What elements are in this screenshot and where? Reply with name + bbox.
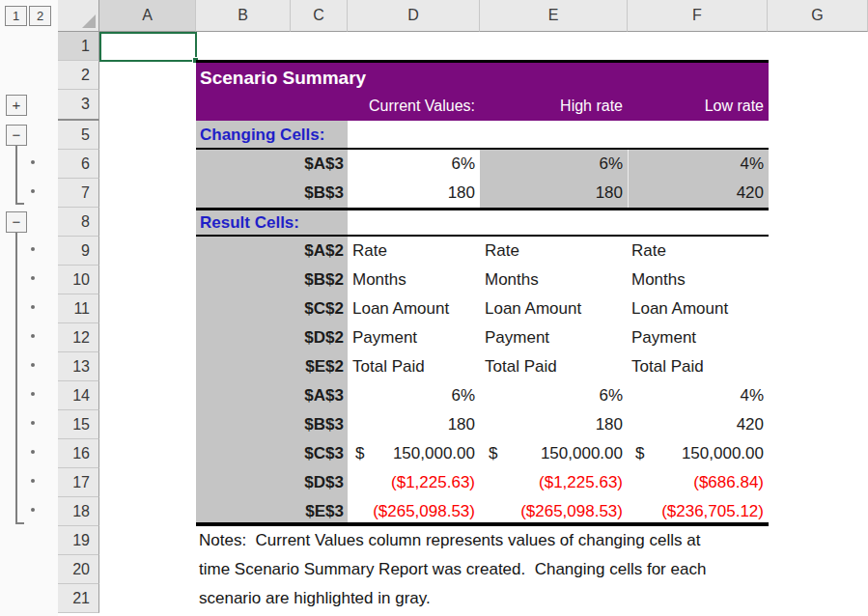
notes-line-2[interactable]: time Scenario Summary Report was created… [199, 555, 706, 584]
cell-value[interactable]: Total Paid [631, 352, 767, 381]
row-header-15[interactable]: 15 [58, 410, 99, 439]
row-header-1[interactable]: 1 [58, 32, 99, 61]
cell-value[interactable]: ($686.84) [628, 468, 764, 497]
outline-bracket-2-foot [15, 522, 24, 524]
row-header-16[interactable]: 16 [58, 439, 99, 468]
cell-value[interactable]: 150,000.00 [372, 439, 475, 468]
outline-row-dot [31, 189, 35, 193]
column-label-current-values[interactable]: Current Values: [343, 92, 475, 121]
cell-value[interactable]: 4% [628, 150, 764, 179]
row-header-21[interactable]: 21 [58, 584, 99, 613]
cell-value[interactable]: Months [485, 266, 623, 294]
notes-line-3[interactable]: scenario are highlighted in gray. [199, 584, 431, 613]
cell-value[interactable]: 150,000.00 [650, 439, 764, 468]
cell-ref[interactable]: $D$3 [203, 468, 344, 497]
cell-value[interactable]: ($1,225.63) [352, 468, 475, 497]
row-header-3-hidden-row-divider[interactable]: 3 [58, 90, 99, 121]
cell-value[interactable]: 4% [628, 381, 764, 410]
cell-value[interactable]: Months [631, 266, 767, 294]
column-header-c[interactable]: C [291, 0, 348, 32]
cell-value[interactable]: Months [352, 266, 478, 294]
outline-collapse-button-2[interactable]: − [6, 211, 27, 233]
cell-value[interactable]: 180 [483, 179, 623, 208]
row-header-6[interactable]: 6 [58, 150, 99, 179]
cell-value[interactable]: Rate [352, 237, 478, 266]
row-header-17[interactable]: 17 [58, 468, 99, 497]
cell-ref[interactable]: $C$2 [203, 294, 344, 323]
cell-ref[interactable]: $A$3 [203, 150, 344, 179]
cell-ref[interactable]: $C$3 [203, 439, 344, 468]
row-header-8[interactable]: 8 [58, 208, 99, 237]
cell-value[interactable]: 420 [628, 179, 764, 208]
cell-value[interactable]: Rate [631, 237, 767, 266]
row-header-2[interactable]: 2 [58, 61, 99, 90]
cell-value[interactable]: Payment [352, 323, 478, 352]
column-label-high-rate[interactable]: High rate [480, 92, 623, 121]
notes-line-1[interactable]: Notes: Current Values column represents … [199, 526, 700, 555]
section-label-result-cells[interactable]: Result Cells: [200, 210, 345, 236]
column-header-d[interactable]: D [348, 0, 480, 32]
section-label-changing-cells[interactable]: Changing Cells: [200, 121, 345, 150]
column-header-e[interactable]: E [480, 0, 628, 32]
outline-level-2-button[interactable]: 2 [29, 6, 51, 26]
cell-ref[interactable]: $A$2 [203, 237, 344, 266]
cell-value[interactable]: Total Paid [485, 352, 623, 381]
summary-header-band: Scenario Summary Current Values: High ra… [196, 63, 769, 121]
cell-value[interactable]: Loan Amount [485, 294, 623, 323]
currency-symbol: $ [355, 439, 371, 468]
cell-value[interactable]: 6% [352, 381, 475, 410]
cell-value[interactable]: 6% [483, 150, 623, 179]
outline-row-dot [31, 450, 35, 454]
outline-row-dot [31, 334, 35, 338]
summary-title[interactable]: Scenario Summary [200, 63, 586, 92]
selected-cell[interactable] [99, 32, 197, 62]
row-header-13[interactable]: 13 [58, 352, 99, 381]
column-label-low-rate[interactable]: Low rate [621, 92, 764, 121]
cell-ref[interactable]: $B$3 [203, 179, 344, 208]
cell-value[interactable]: ($1,225.63) [483, 468, 623, 497]
cell-value[interactable]: 6% [352, 150, 475, 179]
cell-ref[interactable]: $B$3 [203, 410, 344, 439]
outline-gutter: 1 2 + − − [0, 0, 58, 616]
outline-bracket-1-foot [15, 203, 24, 205]
outline-bracket-1 [15, 146, 17, 205]
row-header-18[interactable]: 18 [58, 497, 99, 526]
outline-level-1-button[interactable]: 1 [5, 6, 27, 26]
cell-ref[interactable]: $B$2 [203, 266, 344, 294]
row-header-11[interactable]: 11 [58, 294, 99, 323]
cell-ref[interactable]: $A$3 [203, 381, 344, 410]
currency-symbol: $ [489, 439, 504, 468]
cell-value[interactable]: 420 [628, 410, 764, 439]
cell-value[interactable]: 150,000.00 [505, 439, 623, 468]
column-header-b[interactable]: B [196, 0, 291, 32]
outline-expand-button[interactable]: + [6, 95, 27, 116]
row-header-5[interactable]: 5 [58, 121, 99, 150]
cell-value[interactable]: Payment [631, 323, 767, 352]
row-header-7[interactable]: 7 [58, 179, 99, 208]
column-header-a[interactable]: A [99, 0, 196, 32]
row-header-14[interactable]: 14 [58, 381, 99, 410]
cell-value[interactable]: 180 [483, 410, 623, 439]
row-header-20[interactable]: 20 [58, 555, 99, 584]
cell-value[interactable]: Rate [485, 237, 623, 266]
cell-value[interactable]: Loan Amount [352, 294, 478, 323]
row-header-19[interactable]: 19 [58, 526, 99, 555]
column-header-f[interactable]: F [628, 0, 768, 32]
cell-ref[interactable]: $D$2 [203, 323, 344, 352]
cell-ref[interactable]: $E$2 [203, 352, 344, 381]
cell-value[interactable]: Payment [485, 323, 623, 352]
cell-value[interactable]: Total Paid [352, 352, 478, 381]
cell-value[interactable]: 180 [352, 179, 475, 208]
cell-value[interactable]: 6% [483, 381, 623, 410]
outline-bracket-2 [15, 233, 17, 524]
row-header-12[interactable]: 12 [58, 323, 99, 352]
column-header-g[interactable]: G [768, 0, 868, 32]
row-header-10[interactable]: 10 [58, 266, 99, 294]
currency-symbol: $ [635, 439, 651, 468]
row-header-9[interactable]: 9 [58, 237, 99, 266]
cell-value[interactable]: Loan Amount [631, 294, 767, 323]
outline-collapse-button-1[interactable]: − [6, 125, 27, 146]
cell-value[interactable]: 180 [352, 410, 475, 439]
outline-row-dot [31, 392, 35, 396]
select-all-button[interactable] [58, 0, 99, 32]
